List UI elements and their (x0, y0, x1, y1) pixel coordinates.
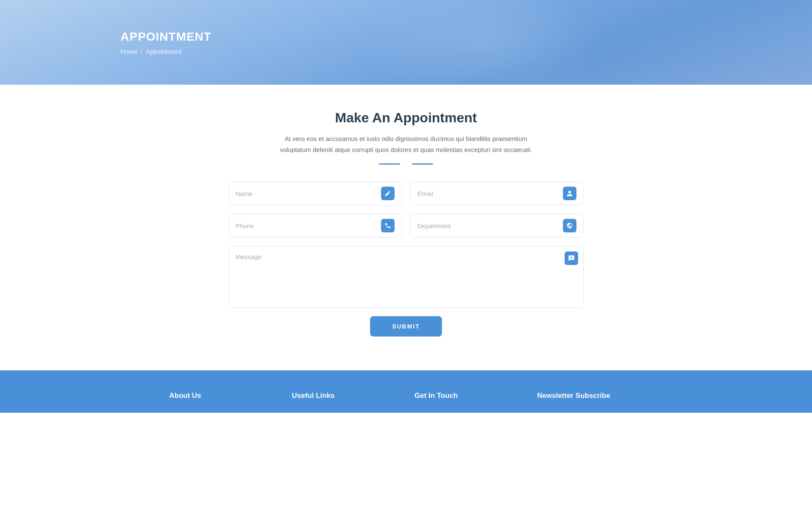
footer-links-title: Useful Links (292, 392, 398, 400)
section-header: Make An Appointment At vero eos et accus… (8, 110, 804, 165)
breadcrumb-separator: / (141, 48, 143, 55)
footer-contact-title: Get In Touch (414, 392, 520, 400)
email-icon (563, 187, 576, 200)
submit-button[interactable]: SUBMIT (370, 316, 442, 337)
phone-icon (381, 219, 395, 232)
message-field-wrapper (228, 246, 584, 308)
globe-svg (566, 222, 573, 229)
section-description: At vero eos et accusamus et iusto odio d… (279, 133, 533, 155)
breadcrumb-home-link[interactable]: Home (121, 48, 137, 55)
hero-section: APPOINTMENT Home / Appointment (0, 0, 812, 85)
section-title: Make An Appointment (8, 110, 804, 126)
name-input[interactable] (236, 190, 381, 197)
submit-row: SUBMIT (228, 316, 584, 337)
pencil-svg (384, 190, 391, 197)
section-divider (8, 163, 804, 165)
department-field-wrapper (410, 214, 584, 237)
user-svg (566, 190, 573, 197)
message-svg (568, 255, 575, 262)
footer-col-contact: Get In Touch (414, 392, 520, 400)
footer-col-newsletter: Newsletter Subscribe (537, 392, 643, 400)
footer-about-title: About Us (169, 392, 275, 400)
divider-line-left (379, 163, 400, 165)
footer: About Us Useful Links Get In Touch Newsl… (0, 370, 812, 413)
name-field-wrapper (228, 182, 402, 205)
footer-col-links: Useful Links (292, 392, 398, 400)
phone-svg (384, 222, 391, 229)
footer-newsletter-title: Newsletter Subscribe (537, 392, 643, 400)
footer-col-about: About Us (169, 392, 275, 400)
message-icon (565, 251, 578, 265)
email-input[interactable] (417, 190, 563, 197)
footer-inner: About Us Useful Links Get In Touch Newsl… (152, 392, 660, 400)
name-icon (381, 187, 395, 200)
divider-line-right (412, 163, 433, 165)
message-textarea[interactable] (229, 246, 583, 306)
main-content: Make An Appointment At vero eos et accus… (0, 85, 812, 370)
hero-content: APPOINTMENT Home / Appointment (121, 30, 211, 55)
email-field-wrapper (410, 182, 584, 205)
form-row-1 (228, 182, 584, 205)
department-icon (563, 219, 576, 232)
breadcrumb-current: Appointment (146, 48, 181, 55)
divider-gap (403, 163, 409, 165)
form-row-2 (228, 214, 584, 237)
department-input[interactable] (417, 222, 563, 229)
breadcrumb: Home / Appointment (121, 48, 211, 55)
appointment-form: SUBMIT (228, 182, 584, 337)
hero-title: APPOINTMENT (121, 30, 211, 44)
phone-field-wrapper (228, 214, 402, 237)
phone-input[interactable] (236, 222, 381, 229)
